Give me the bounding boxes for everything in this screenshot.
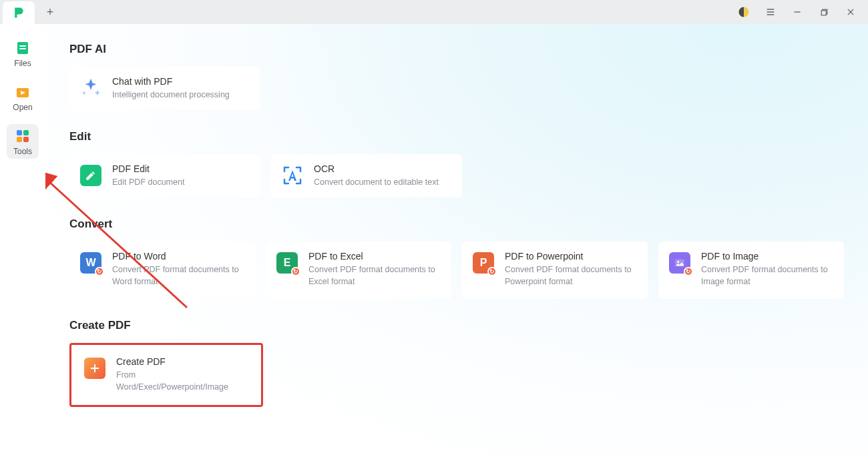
- word-icon: W↻: [79, 251, 103, 275]
- card-title: PDF to Word: [112, 251, 243, 262]
- card-pdf-edit[interactable]: PDF Edit Edit PDF document: [69, 154, 260, 197]
- card-desc: Convert PDF format documents to Powerpoi…: [505, 264, 636, 288]
- svg-rect-16: [23, 137, 29, 142]
- card-title: PDF to Powerpoint: [505, 251, 636, 262]
- excel-icon: E↻: [275, 251, 299, 275]
- card-desc: Convert document to editable text: [314, 176, 439, 188]
- powerpoint-icon: P↻: [471, 251, 495, 275]
- sidebar-item-label: Open: [13, 103, 32, 112]
- svg-rect-11: [19, 48, 26, 49]
- section-title-pdf-ai: PDF AI: [69, 43, 844, 56]
- card-title: Create PDF: [116, 356, 247, 367]
- sidebar: Files Open Tools: [0, 24, 45, 457]
- minimize-button[interactable]: [787, 1, 808, 23]
- main-content: PDF AI Chat with PDF Intelligent documen…: [45, 24, 868, 457]
- image-icon: ↻: [668, 251, 692, 275]
- section-title-convert: Convert: [69, 217, 844, 231]
- ocr-icon: [280, 163, 304, 187]
- body: Files Open Tools: [0, 24, 868, 457]
- sidebar-item-label: Tools: [13, 147, 32, 156]
- app-logo-icon: [12, 6, 25, 19]
- card-title: PDF Edit: [112, 163, 184, 174]
- card-desc: Convert PDF format documents to Word for…: [112, 264, 243, 288]
- card-desc: Convert PDF format documents to Excel fo…: [308, 264, 439, 288]
- plus-icon: +: [47, 5, 54, 19]
- pdf-edit-icon: [79, 163, 103, 187]
- card-desc: Intelligent document processing: [112, 89, 230, 101]
- theme-icon[interactable]: [733, 1, 754, 23]
- card-title: PDF to Image: [701, 251, 832, 262]
- section-title-create: Create PDF: [69, 319, 844, 332]
- card-title: PDF to Excel: [308, 251, 439, 262]
- title-bar: +: [0, 0, 868, 24]
- menu-icon[interactable]: [760, 1, 781, 23]
- card-ocr[interactable]: OCR Convert document to editable text: [271, 154, 462, 197]
- files-icon: [15, 40, 31, 56]
- app-tab[interactable]: [3, 1, 35, 24]
- app-window: +: [0, 0, 868, 457]
- card-pdf-to-excel[interactable]: E↻ PDF to Excel Convert PDF format docum…: [266, 242, 451, 299]
- card-pdf-to-word[interactable]: W↻ PDF to Word Convert PDF format docume…: [69, 242, 255, 299]
- open-icon: [15, 84, 31, 100]
- card-desc: Convert PDF format documents to Image fo…: [701, 264, 832, 288]
- svg-point-19: [677, 261, 679, 263]
- card-create-pdf[interactable]: Create PDF From Word/Execl/Powerpoint/Im…: [73, 347, 259, 402]
- new-tab-button[interactable]: +: [39, 1, 61, 23]
- sidebar-item-label: Files: [14, 59, 31, 68]
- title-bar-left: +: [0, 0, 61, 24]
- create-pdf-icon: [83, 356, 107, 380]
- sidebar-item-files[interactable]: Files: [7, 36, 39, 71]
- svg-rect-14: [23, 130, 29, 135]
- card-pdf-to-image[interactable]: ↻ PDF to Image Convert PDF format docume…: [658, 242, 844, 299]
- close-button[interactable]: [840, 1, 861, 23]
- section-title-edit: Edit: [69, 130, 844, 143]
- svg-rect-6: [821, 10, 826, 15]
- svg-rect-13: [17, 130, 22, 135]
- svg-rect-10: [19, 45, 26, 47]
- sidebar-item-tools[interactable]: Tools: [7, 124, 39, 159]
- title-bar-right: [733, 1, 865, 23]
- svg-rect-15: [17, 137, 22, 142]
- row-edit: PDF Edit Edit PDF document OCR Convert d…: [69, 154, 844, 197]
- card-title: Chat with PDF: [112, 76, 230, 87]
- card-desc: Edit PDF document: [112, 176, 184, 188]
- ai-sparkle-icon: [79, 76, 103, 100]
- card-title: OCR: [314, 163, 439, 174]
- row-create: Create PDF From Word/Execl/Powerpoint/Im…: [69, 343, 844, 406]
- card-desc: From Word/Execl/Powerpoint/Image: [116, 369, 247, 393]
- row-pdf-ai: Chat with PDF Intelligent document proce…: [69, 67, 844, 110]
- sidebar-item-open[interactable]: Open: [7, 80, 39, 115]
- annotation-highlight: Create PDF From Word/Execl/Powerpoint/Im…: [69, 343, 263, 406]
- row-convert: W↻ PDF to Word Convert PDF format docume…: [69, 242, 844, 299]
- tools-icon: [15, 128, 31, 144]
- maximize-button[interactable]: [813, 1, 835, 23]
- card-chat-with-pdf[interactable]: Chat with PDF Intelligent document proce…: [69, 67, 260, 110]
- card-pdf-to-powerpoint[interactable]: P↻ PDF to Powerpoint Convert PDF format …: [462, 242, 648, 299]
